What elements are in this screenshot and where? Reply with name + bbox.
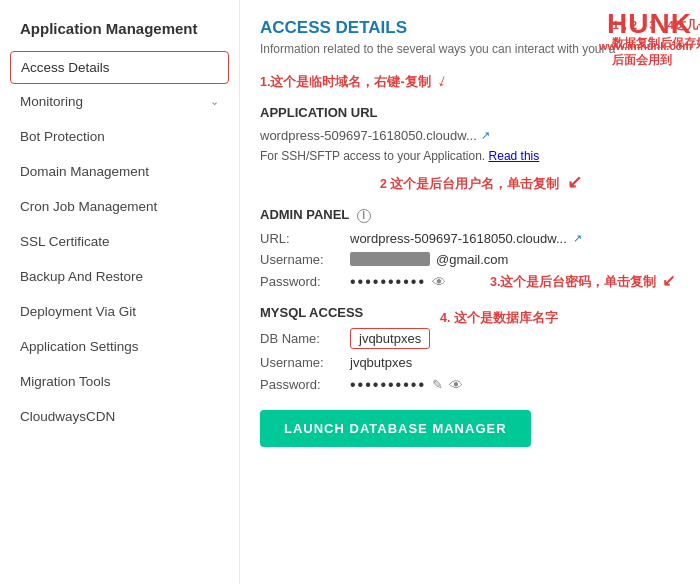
mysql-username-value: jvqbutpxes	[350, 355, 412, 370]
annotation-2: 2 这个是后台用户名，单击复制 ↙	[380, 171, 680, 193]
sidebar-item-access-details[interactable]: Access Details	[10, 51, 229, 84]
admin-panel-title: ADMIN PANEL i	[260, 207, 680, 223]
mysql-username-row: Username: jvqbutpxes	[260, 355, 680, 370]
admin-username-value: @gmail.com	[350, 252, 508, 267]
sidebar-item-migration-tools[interactable]: Migration Tools	[0, 364, 239, 399]
external-link-icon-admin[interactable]: ↗︎	[573, 232, 582, 245]
pencil-icon[interactable]: ✎	[432, 377, 443, 392]
admin-password-value: •••••••••• 👁	[350, 273, 446, 291]
annotation-5: 1，2，3，4这几个 数据复制后保存好 后面会用到	[612, 0, 700, 69]
main-content: HUNK www.imhunk.com ACCESS DETAILS Infor…	[240, 0, 700, 584]
app-url-value: wordpress-509697-1618050.cloudw...	[260, 128, 477, 143]
sidebar: Application Management Access Details Mo…	[0, 0, 240, 584]
admin-password-row: Password: •••••••••• 👁 3.这个是后台密码，单击复制 ↙	[260, 273, 680, 291]
annotation-3: 3.这个是后台密码，单击复制 ↙	[490, 271, 675, 291]
external-link-icon[interactable]: ↗︎	[481, 129, 490, 142]
sidebar-item-label: Bot Protection	[20, 129, 105, 144]
db-name-box: jvqbutpxes	[350, 328, 430, 349]
sidebar-item-label: Cron Job Management	[20, 199, 157, 214]
admin-url-value: wordpress-509697-1618050.cloudw... ↗︎	[350, 231, 582, 246]
sidebar-item-label: Access Details	[21, 60, 110, 75]
admin-username-label: Username:	[260, 252, 350, 267]
sidebar-title: Application Management	[0, 10, 239, 51]
mysql-password-dots: ••••••••••	[350, 376, 426, 394]
sidebar-item-label: SSL Certificate	[20, 234, 110, 249]
mysql-username-label: Username:	[260, 355, 350, 370]
db-name-row: DB Name: jvqbutpxes 4. 这个是数据库名字	[260, 328, 680, 349]
eye-icon[interactable]: 👁	[432, 274, 446, 290]
sidebar-item-cloudwayscdn[interactable]: CloudwaysCDN	[0, 399, 239, 434]
password-dots: ••••••••••	[350, 273, 426, 291]
sidebar-item-monitoring[interactable]: Monitoring ⌄	[0, 84, 239, 119]
sidebar-item-deployment-via-git[interactable]: Deployment Via Git	[0, 294, 239, 329]
sidebar-item-label: Application Settings	[20, 339, 139, 354]
eye-icon-mysql[interactable]: 👁	[449, 377, 463, 393]
sidebar-item-bot-protection[interactable]: Bot Protection	[0, 119, 239, 154]
sidebar-item-application-settings[interactable]: Application Settings	[0, 329, 239, 364]
sidebar-item-label: Deployment Via Git	[20, 304, 136, 319]
sidebar-item-label: CloudwaysCDN	[20, 409, 115, 424]
sidebar-item-ssl-certificate[interactable]: SSL Certificate	[0, 224, 239, 259]
annotation-1: 1.这个是临时域名，右键-复制 ↓	[260, 70, 680, 91]
app-url-title: APPLICATION URL	[260, 105, 680, 120]
mysql-password-value: •••••••••• ✎ 👁	[350, 376, 463, 394]
read-this-link[interactable]: Read this	[489, 149, 540, 163]
sidebar-item-label: Migration Tools	[20, 374, 111, 389]
mysql-section: MYSQL ACCESS DB Name: jvqbutpxes 4. 这个是数…	[260, 305, 680, 394]
sidebar-item-domain-management[interactable]: Domain Management	[0, 154, 239, 189]
sidebar-item-label: Domain Management	[20, 164, 149, 179]
admin-password-label: Password:	[260, 274, 350, 289]
admin-url-label: URL:	[260, 231, 350, 246]
sidebar-item-backup-and-restore[interactable]: Backup And Restore	[0, 259, 239, 294]
sidebar-item-label: Backup And Restore	[20, 269, 143, 284]
info-icon[interactable]: i	[357, 209, 371, 223]
launch-database-manager-button[interactable]: LAUNCH DATABASE MANAGER	[260, 410, 531, 447]
chevron-down-icon: ⌄	[210, 95, 219, 108]
db-name-value: jvqbutpxes	[350, 328, 430, 349]
admin-username-row: Username: @gmail.com	[260, 252, 680, 267]
annotation-4: 4. 这个是数据库名字	[440, 310, 558, 327]
sidebar-item-cron-job-management[interactable]: Cron Job Management	[0, 189, 239, 224]
mysql-password-label: Password:	[260, 377, 350, 392]
sidebar-item-label: Monitoring	[20, 94, 83, 109]
db-name-label: DB Name:	[260, 331, 350, 346]
admin-url-row: URL: wordpress-509697-1618050.cloudw... …	[260, 231, 680, 246]
mysql-password-row: Password: •••••••••• ✎ 👁 1，2，3，4这几个 数据复制…	[260, 376, 680, 394]
app-url-row: wordpress-509697-1618050.cloudw... ↗︎	[260, 128, 680, 143]
ssh-note: For SSH/SFTP access to your Application.…	[260, 149, 680, 163]
username-blurred	[350, 252, 430, 266]
